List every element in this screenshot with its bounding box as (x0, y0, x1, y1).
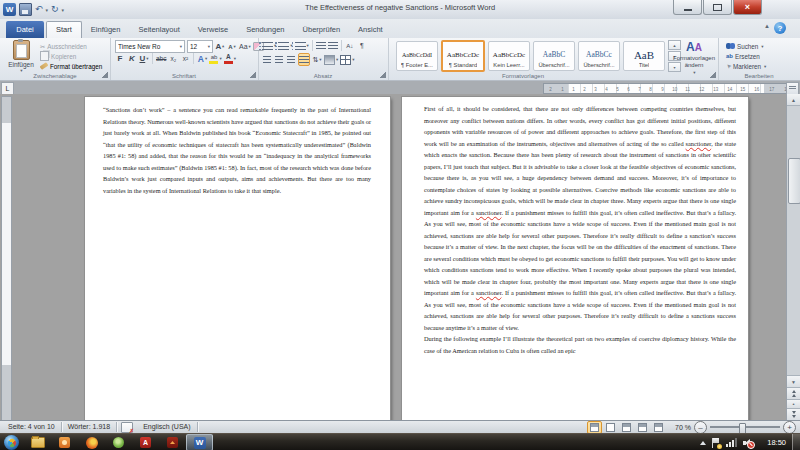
bold-button[interactable]: F (115, 53, 125, 64)
help-icon[interactable]: ? (774, 22, 786, 34)
select-browse-object-icon[interactable]: • (787, 399, 800, 408)
taskbar-explorer-button[interactable] (24, 434, 51, 450)
styles-dialog-launcher-icon[interactable] (710, 72, 716, 78)
print-layout-view-icon[interactable] (587, 421, 602, 434)
volume-muted-icon[interactable] (743, 438, 754, 448)
change-case-button[interactable]: Aa▾ (239, 41, 251, 52)
paragraph-dialog-launcher-icon[interactable] (380, 72, 386, 78)
zoom-slider-thumb[interactable] (739, 423, 746, 434)
align-right-button[interactable] (286, 54, 296, 65)
style-card-title[interactable]: AaB Titel (623, 41, 665, 71)
tab-file[interactable]: Datei (6, 21, 44, 38)
restore-button[interactable] (703, 0, 732, 15)
start-button[interactable] (4, 435, 19, 450)
show-paragraph-marks-button[interactable]: ¶ (357, 40, 367, 51)
taskbar-adobe-reader-button[interactable]: A (132, 434, 159, 450)
zoom-in-button[interactable]: + (783, 421, 796, 434)
next-page-icon[interactable] (787, 408, 800, 420)
select-button[interactable]: ➤ Markieren ▾ (726, 61, 766, 71)
strikethrough-button[interactable]: abc (156, 53, 166, 64)
zoom-slider[interactable] (710, 426, 780, 428)
show-hidden-icons-icon[interactable] (700, 441, 706, 445)
format-painter-button[interactable]: Format übertragen (40, 61, 102, 71)
page-left[interactable]: “Sanctions don’t work” – a sentence you … (85, 97, 390, 420)
justify-button[interactable] (298, 53, 310, 66)
vertical-scrollbar[interactable]: ▲ ▼ • (786, 94, 800, 420)
page-indicator[interactable]: Seite: 4 von 10 (2, 421, 61, 433)
highlight-color-button[interactable]: ab ▾ (209, 53, 221, 64)
numbering-button[interactable]: ▾ (278, 40, 292, 51)
grow-font-button[interactable]: A▾ (215, 41, 225, 52)
font-size-select[interactable]: 12 ▾ (187, 40, 213, 53)
underline-button[interactable]: U▾ (139, 53, 149, 64)
zoom-out-button[interactable]: – (694, 421, 707, 434)
clipboard-dialog-launcher-icon[interactable] (102, 72, 108, 78)
decrease-indent-button[interactable] (316, 40, 326, 51)
close-button[interactable]: × (733, 0, 762, 15)
paragraph[interactable]: “Sanctions don’t work” – a sentence you … (103, 104, 371, 196)
taskbar-word-button[interactable]: W (186, 434, 213, 450)
language-indicator[interactable]: Englisch (USA) (137, 421, 196, 433)
style-card-heading1[interactable]: AaBbC Überschrif... (533, 41, 575, 71)
sort-button[interactable]: A↓ (345, 40, 355, 51)
scrollbar-thumb[interactable] (788, 158, 800, 204)
show-desktop-button[interactable] (792, 434, 800, 450)
font-family-select[interactable]: Times New Ro ▾ (115, 40, 185, 53)
paragraph[interactable]: First of all, it should be considered, t… (424, 103, 736, 333)
action-center-flag-icon[interactable] (712, 438, 720, 448)
tab-references[interactable]: Verweise (189, 21, 237, 38)
collapse-ribbon-icon[interactable]: ▲ (764, 23, 770, 29)
scroll-down-icon[interactable]: ▼ (787, 375, 800, 387)
web-layout-view-icon[interactable] (619, 421, 634, 434)
italic-button[interactable]: K (127, 53, 137, 64)
borders-button[interactable]: ▾ (340, 54, 354, 65)
find-button[interactable]: Suchen ▾ (726, 41, 764, 51)
fullscreen-reading-view-icon[interactable] (603, 421, 618, 434)
vertical-ruler[interactable] (1, 96, 12, 420)
taskbar-clock[interactable]: 18:50 (767, 434, 786, 450)
outline-view-icon[interactable] (635, 421, 650, 434)
line-spacing-button[interactable]: ⇅▾ (312, 54, 322, 65)
taskbar-firefox-button[interactable] (78, 434, 105, 450)
scroll-up-icon[interactable]: ▲ (787, 94, 800, 106)
network-signal-icon[interactable] (726, 438, 737, 447)
tab-review[interactable]: Überprüfen (294, 21, 350, 38)
bullets-button[interactable]: ▾ (262, 40, 276, 51)
style-card-standard[interactable]: AaBbCcDc ¶ Standard (441, 40, 485, 72)
tab-page-layout[interactable]: Seitenlayout (129, 21, 188, 38)
style-card-no-spacing[interactable]: AaBbCcDc Kein Leerr... (488, 41, 530, 71)
previous-page-icon[interactable] (787, 387, 800, 399)
multilevel-list-button[interactable]: ▾ (295, 40, 309, 51)
shading-button[interactable]: ▾ (324, 54, 338, 65)
tab-start[interactable]: Start (46, 21, 82, 38)
taskbar-green-app-button[interactable] (105, 434, 132, 450)
font-color-button[interactable]: A ▾ (224, 53, 236, 64)
tab-mailings[interactable]: Sendungen (237, 21, 293, 38)
tab-insert[interactable]: Einfügen (82, 21, 130, 38)
cut-button[interactable]: ✂ Ausschneiden (40, 41, 87, 51)
paste-button[interactable]: Einfügen ▾ (5, 40, 37, 77)
superscript-button[interactable]: x² (180, 53, 190, 64)
style-card-footer[interactable]: AaBbCcDdI ¶ Footer E... (396, 41, 438, 71)
page-right[interactable]: First of all, it should be considered, t… (402, 97, 748, 420)
subscript-button[interactable]: x₂ (168, 53, 178, 64)
horizontal-ruler[interactable]: 21 12345678910111213141516 1718 (543, 83, 795, 94)
paragraph[interactable]: During the following example I’ll illust… (424, 333, 736, 356)
style-card-heading2[interactable]: AaBbCc Überschrif... (578, 41, 620, 71)
spellcheck-status-icon[interactable]: ✗ (121, 422, 133, 433)
copy-button[interactable]: Kopieren (40, 51, 76, 61)
tab-view[interactable]: Ansicht (349, 21, 392, 38)
font-dialog-launcher-icon[interactable] (250, 72, 256, 78)
minimize-button[interactable] (673, 0, 702, 15)
replace-button[interactable]: ab Ersetzen (726, 51, 760, 61)
increase-indent-button[interactable] (328, 40, 338, 51)
text-effects-button[interactable]: A▾ (197, 53, 207, 64)
align-center-button[interactable] (274, 54, 284, 65)
align-left-button[interactable] (262, 54, 272, 65)
word-count[interactable]: Wörter: 1.918 (62, 421, 116, 433)
shrink-font-button[interactable]: A▾ (227, 41, 237, 52)
draft-view-icon[interactable] (651, 421, 666, 434)
zoom-level[interactable]: 70 % (669, 424, 691, 431)
taskbar-red-app-button[interactable] (159, 434, 186, 450)
taskbar-media-app-button[interactable] (51, 434, 78, 450)
